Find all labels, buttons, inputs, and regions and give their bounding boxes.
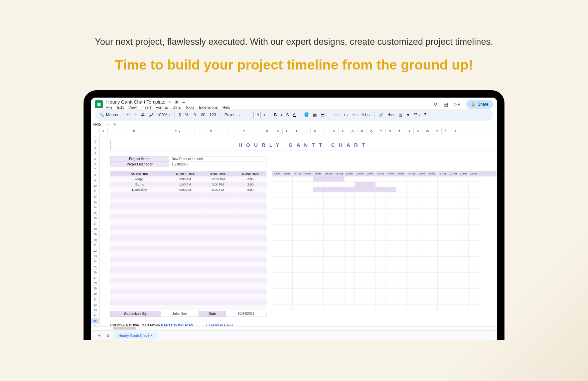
fontsize-inc[interactable]: + xyxy=(262,113,267,117)
rotate-button[interactable]: A↻ xyxy=(360,113,372,117)
project-mgr-label: Project Manager xyxy=(110,162,169,167)
col-activities: ACTIVITIES xyxy=(110,171,169,176)
fontsize-input[interactable]: 10 xyxy=(253,112,261,118)
fx-icon: fx xyxy=(111,123,119,126)
table-row[interactable] xyxy=(110,203,267,209)
project-mgr-value[interactable]: 10/18/2050 xyxy=(169,162,267,167)
doc-title[interactable]: Hourly Gantt Chart Template xyxy=(106,99,165,105)
italic-button[interactable]: I xyxy=(280,113,284,118)
chart-button[interactable]: ▥ xyxy=(397,113,404,117)
currency-button[interactable]: $ xyxy=(177,113,182,117)
table-row[interactable] xyxy=(110,214,267,219)
table-row[interactable]: Doohickey9:00 AM5:00 PM8:00 xyxy=(110,187,267,193)
bold-button[interactable]: B xyxy=(273,113,278,117)
toolbar: 🔍 Menus ↶ ↷ 🖶 🖌 100% $ % .0 .00 123 Prox… xyxy=(95,109,493,121)
table-row[interactable] xyxy=(110,278,267,283)
merge-button[interactable]: ⬒ xyxy=(319,113,328,117)
meet-icon[interactable]: ▷▾ xyxy=(454,102,460,107)
cells-canvas[interactable]: HOURLY GANTT CHART Project Name New Prod… xyxy=(100,134,497,326)
table-row[interactable] xyxy=(110,225,267,230)
table-row[interactable] xyxy=(110,251,267,257)
table-row[interactable] xyxy=(110,299,267,305)
undo-button[interactable]: ↶ xyxy=(125,113,131,117)
sheet-tab-active[interactable]: Hourly Gantt Chart xyxy=(114,332,157,339)
table-row[interactable] xyxy=(110,241,267,246)
table-row[interactable]: Widget9:00 AM12:00 PM3:00 xyxy=(110,176,267,182)
table-row[interactable] xyxy=(110,246,267,251)
redo-button[interactable]: ↷ xyxy=(132,113,138,117)
filter-views-button[interactable]: ☷ xyxy=(413,113,421,117)
print-button[interactable]: 🖶 xyxy=(140,113,146,117)
strike-button[interactable]: S xyxy=(285,113,290,117)
titlebar: ▦ Hourly Gantt Chart Template ☆ ▣ ☁ File… xyxy=(91,98,497,109)
table-row[interactable] xyxy=(110,193,267,198)
project-info: Project Name New Product Launch Project … xyxy=(110,156,267,167)
table-row[interactable] xyxy=(110,305,267,310)
name-box[interactable]: AF35 xyxy=(91,123,111,126)
table-row[interactable] xyxy=(110,267,267,273)
gantt-chart: 5 AM6 AM7 AM8 AM9 AM10 AM11 AM12 PM1 PM2… xyxy=(272,171,496,310)
device-frame: ▦ Hourly Gantt Chart Template ☆ ▣ ☁ File… xyxy=(84,90,504,340)
gantt-templates-link[interactable]: GANTT TEMPLATES xyxy=(161,324,193,326)
text-color-button[interactable]: A xyxy=(292,113,297,117)
fill-color-button[interactable]: 🪣 xyxy=(303,112,310,118)
table-row[interactable] xyxy=(110,209,267,214)
row-headers[interactable]: 1234567891011121314151617181920212223242… xyxy=(91,134,100,326)
table-row[interactable] xyxy=(110,262,267,267)
table-row[interactable] xyxy=(110,289,267,294)
table-row[interactable] xyxy=(110,198,267,203)
valign-button[interactable]: ↕ xyxy=(342,113,349,117)
hscrollbar[interactable] xyxy=(91,326,497,330)
more-formats-button[interactable]: 123 xyxy=(208,113,217,117)
halign-button[interactable]: ≡ xyxy=(334,113,341,117)
link-button[interactable]: 🔗 xyxy=(377,113,385,117)
zoom-select[interactable]: 100% xyxy=(156,113,172,117)
add-sheet-button[interactable]: ＋ xyxy=(97,333,102,339)
table-row[interactable] xyxy=(110,257,267,262)
col-start: START TIME xyxy=(169,171,202,176)
template-net-link[interactable]: ⇪ TEMPLATE.NET xyxy=(205,324,234,326)
auth-label: Authorized By xyxy=(110,311,160,317)
all-sheets-button[interactable]: ≡ xyxy=(106,333,109,338)
activities-table: ACTIVITIES START TIME END TIME DURATION … xyxy=(110,171,267,310)
fontsize-dec[interactable]: − xyxy=(247,113,252,117)
share-label: Share xyxy=(478,102,488,107)
font-select[interactable]: Proxi... xyxy=(223,113,241,117)
wrap-button[interactable]: ↵ xyxy=(351,113,359,117)
star-icon[interactable]: ☆ xyxy=(168,100,172,104)
table-row[interactable]: Gizmo1:00 PM3:00 PM2:00 xyxy=(110,182,267,187)
filter-button[interactable]: ▼ xyxy=(405,113,412,117)
table-row[interactable] xyxy=(110,273,267,278)
date-value[interactable]: 10/24/2023 xyxy=(226,311,267,317)
history-icon[interactable]: ↺ xyxy=(434,102,438,107)
project-name-value[interactable]: New Product Launch xyxy=(169,156,267,162)
borders-button[interactable]: ▦ xyxy=(312,113,318,117)
decimal-inc-button[interactable]: .00 xyxy=(198,113,207,117)
auth-value[interactable]: John Doe xyxy=(160,311,199,317)
comments-icon[interactable]: ▤ xyxy=(444,102,448,107)
comment-button[interactable]: ✚▭ xyxy=(386,113,396,117)
column-headers[interactable]: ABC ▾DEFGHIJKLMNOPQRSTUVWXYZ xyxy=(100,128,497,134)
percent-button[interactable]: % xyxy=(183,113,190,117)
decimal-dec-button[interactable]: .0 xyxy=(191,113,197,117)
spreadsheet-grid[interactable]: ABC ▾DEFGHIJKLMNOPQRSTUVWXYZ 12345678910… xyxy=(91,128,497,326)
sheets-logo-icon: ▦ xyxy=(95,100,103,108)
select-all-corner[interactable] xyxy=(91,128,100,134)
table-row[interactable] xyxy=(110,230,267,235)
gantt-bar xyxy=(355,182,376,187)
gantt-bar xyxy=(313,176,344,181)
share-button[interactable]: 🔒 Share xyxy=(466,100,493,109)
table-row[interactable] xyxy=(110,294,267,299)
table-row[interactable] xyxy=(110,235,267,241)
table-row[interactable] xyxy=(110,219,267,225)
gantt-bar xyxy=(313,187,396,192)
move-icon[interactable]: ▣ xyxy=(175,100,178,104)
footer-text: CHOOSE & DOWNLOAD MORE GANTT TEMPLATES xyxy=(110,324,193,326)
cloud-icon[interactable]: ☁ xyxy=(181,100,185,104)
hero-line1: Your next project, flawlessly executed. … xyxy=(0,37,588,47)
search-menus[interactable]: 🔍 Menus xyxy=(98,113,119,117)
functions-button[interactable]: Σ xyxy=(423,113,428,117)
paint-format-button[interactable]: 🖌 xyxy=(148,113,154,117)
chart-title: HOURLY GANTT CHART xyxy=(110,140,497,150)
table-row[interactable] xyxy=(110,283,267,289)
